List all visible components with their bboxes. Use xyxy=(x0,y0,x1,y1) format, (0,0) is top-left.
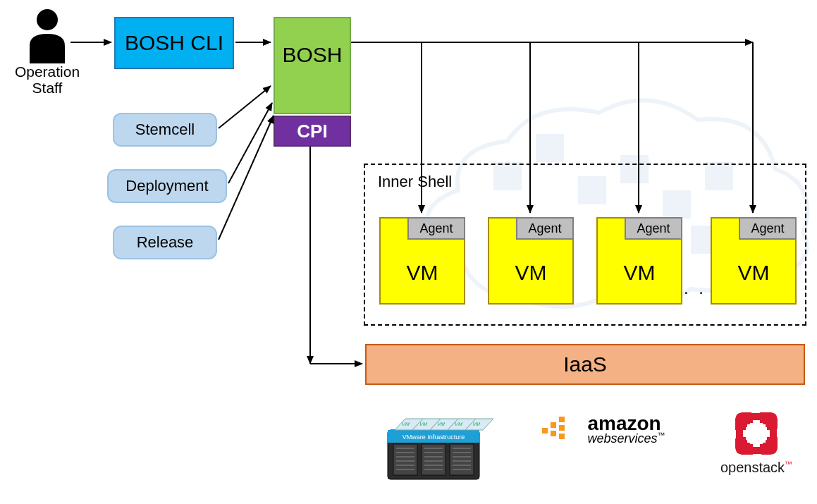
svg-rect-1 xyxy=(536,134,564,162)
vm-label: VM xyxy=(381,261,464,285)
vmware-label: VMware Infrastructure xyxy=(403,434,465,441)
svg-rect-73 xyxy=(753,447,760,454)
inner-shell-label: Inner Shell xyxy=(378,173,452,191)
bosh-node: BOSH xyxy=(274,17,351,114)
svg-rect-48 xyxy=(559,425,565,431)
svg-rect-44 xyxy=(542,428,548,434)
bosh-cli-label: BOSH CLI xyxy=(125,31,223,55)
stemcell-label: Stemcell xyxy=(135,121,195,139)
vm-node: Agent VM xyxy=(711,217,797,305)
iaas-node: IaaS xyxy=(365,344,805,385)
agent-node: Agent xyxy=(739,217,797,240)
agent-label: Agent xyxy=(751,221,784,236)
aws-logo-icon xyxy=(539,412,582,441)
svg-line-78 xyxy=(219,86,271,128)
vm-label: VM xyxy=(489,261,572,285)
vm-label: VM xyxy=(598,261,681,285)
svg-rect-46 xyxy=(551,431,556,436)
bosh-label: BOSH xyxy=(282,43,342,67)
operation-staff-actor: Operation Staff xyxy=(8,7,86,96)
vm-label: VM xyxy=(712,261,795,285)
vmware-provider: VMware Infrastructure VM VM VM VM VM xyxy=(374,402,493,486)
svg-rect-12 xyxy=(393,444,417,475)
svg-rect-72 xyxy=(753,413,760,420)
svg-point-10 xyxy=(37,9,58,30)
svg-rect-71 xyxy=(770,430,777,437)
server-rack-icon: VMware Infrastructure VM VM VM VM VM xyxy=(374,402,493,486)
svg-rect-45 xyxy=(551,422,556,428)
svg-rect-70 xyxy=(736,430,743,437)
bosh-cli-node: BOSH CLI xyxy=(114,17,234,69)
deployment-input-node: Deployment xyxy=(107,169,227,203)
deployment-label: Deployment xyxy=(125,177,208,195)
svg-line-79 xyxy=(228,103,272,183)
agent-label: Agent xyxy=(419,221,453,236)
agent-node: Agent xyxy=(625,217,682,240)
aws-sub: webservices xyxy=(587,431,657,445)
svg-rect-74 xyxy=(747,424,766,443)
cpi-node: CPI xyxy=(274,116,351,147)
openstack-provider: openstack™ xyxy=(696,409,816,486)
openstack-logo-icon xyxy=(732,409,781,458)
vm-node: Agent VM xyxy=(488,217,574,305)
agent-node: Agent xyxy=(516,217,574,240)
aws-tm: ™ xyxy=(658,431,665,439)
openstack-tm: ™ xyxy=(785,460,792,468)
cpi-label: CPI xyxy=(297,121,327,142)
release-input-node: Release xyxy=(113,226,217,259)
vm-node: Agent VM xyxy=(379,217,465,305)
svg-rect-49 xyxy=(559,434,565,439)
agent-label: Agent xyxy=(528,221,561,236)
person-icon xyxy=(23,7,72,63)
vm-node: Agent VM xyxy=(596,217,682,305)
svg-rect-47 xyxy=(559,417,565,422)
svg-rect-13 xyxy=(422,444,446,475)
agent-label: Agent xyxy=(637,221,670,236)
stemcell-input-node: Stemcell xyxy=(113,113,217,147)
iaas-label: IaaS xyxy=(563,352,607,376)
openstack-name: openstack xyxy=(720,460,785,475)
svg-rect-14 xyxy=(450,444,474,475)
aws-provider: amazon webservices™ xyxy=(539,412,673,483)
operation-staff-label: Operation Staff xyxy=(8,63,86,96)
release-label: Release xyxy=(137,233,194,252)
agent-node: Agent xyxy=(407,217,465,240)
